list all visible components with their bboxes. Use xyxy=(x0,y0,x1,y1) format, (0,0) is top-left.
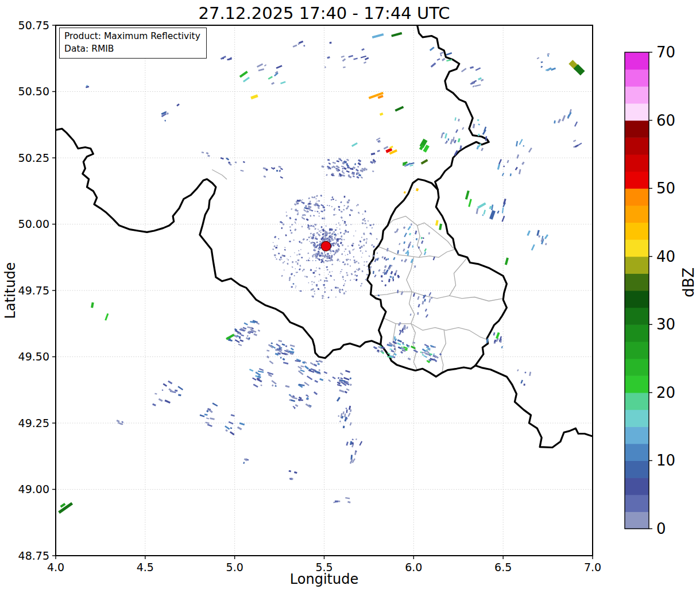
radar-map-canvas: 4.04.55.05.56.06.57.048.7549.0049.2549.5… xyxy=(0,0,700,597)
tick-label: 49.50 xyxy=(18,350,49,363)
radar-figure: 27.12.2025 17:40 - 17:44 UTC 4.04.55.05.… xyxy=(0,0,700,597)
tick-label: 50.25 xyxy=(18,152,49,164)
tick-label: 50 xyxy=(656,180,675,197)
gridlines xyxy=(56,25,593,556)
tick-label: 70 xyxy=(656,44,675,61)
echo-layer xyxy=(58,32,585,514)
regional-borders xyxy=(212,170,504,372)
x-axis-label: Longitude xyxy=(56,571,593,587)
tick-label: 10 xyxy=(656,452,675,469)
tick-label: 60 xyxy=(656,112,675,129)
tick-label: 49.75 xyxy=(18,284,49,297)
axis-ticks: 4.04.55.05.56.06.57.048.7549.0049.2549.5… xyxy=(18,19,602,574)
y-axis-label: Latitude xyxy=(2,262,18,319)
product-label: Product: Maximum Reflectivity xyxy=(64,30,200,42)
tick-label: 0 xyxy=(656,520,666,537)
colorbar: 010203040506070 xyxy=(625,44,675,537)
national-borders xyxy=(56,25,593,448)
colorbar-label: dBZ xyxy=(680,268,697,297)
tick-label: 50.50 xyxy=(18,85,49,98)
product-info-box: Product: Maximum Reflectivity Data: RMIB xyxy=(59,28,207,59)
tick-label: 49.00 xyxy=(18,483,49,495)
tick-label: 48.75 xyxy=(18,549,49,562)
tick-label: 50.75 xyxy=(18,19,49,32)
tick-label: 20 xyxy=(656,384,675,401)
data-source-label: Data: RMIB xyxy=(64,42,200,55)
tick-label: 40 xyxy=(656,248,675,265)
radar-site-marker xyxy=(321,241,331,251)
tick-label: 50.00 xyxy=(18,218,49,230)
tick-label: 30 xyxy=(656,316,675,333)
tick-label: 49.25 xyxy=(18,417,49,429)
